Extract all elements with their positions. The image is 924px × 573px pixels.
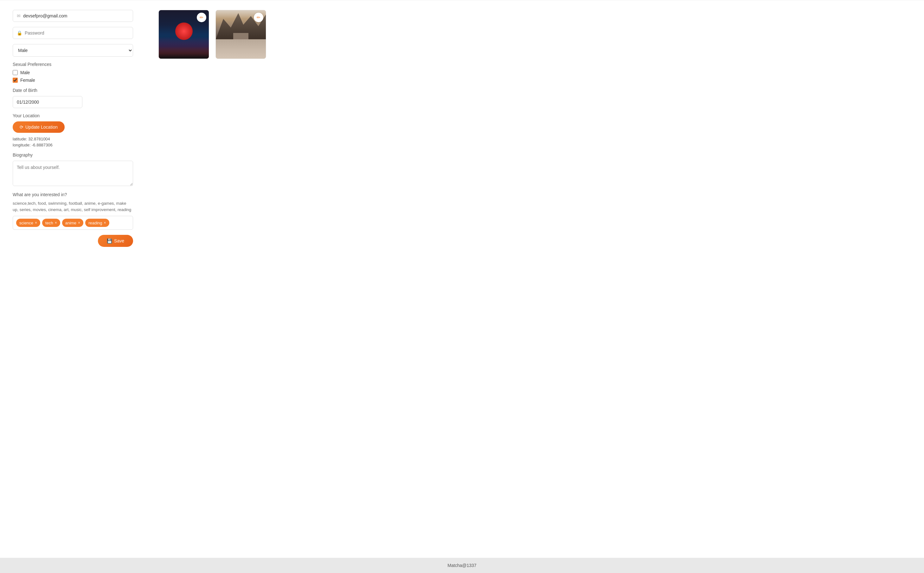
page-wrapper: ✉ 🔒 Male Female Other <box>0 0 924 573</box>
tag-tech-label: tech <box>45 221 53 225</box>
password-group: 🔒 <box>13 27 133 39</box>
biography-group: Biography <box>13 152 133 187</box>
password-input[interactable] <box>25 27 129 39</box>
sexual-preferences-label: Sexual Preferences <box>13 62 133 67</box>
male-checkbox[interactable] <box>13 70 18 75</box>
photo-card-mountain: ✏ <box>216 10 266 59</box>
tag-reading: reading × <box>85 219 109 227</box>
email-input[interactable] <box>23 10 129 22</box>
tags-input-wrapper[interactable]: science × tech × anime × reading × <box>13 216 133 230</box>
footer-text: Matcha@1337 <box>447 563 476 568</box>
gender-select[interactable]: Male Female Other <box>13 44 133 57</box>
female-checkbox-item[interactable]: Female <box>13 78 133 83</box>
gender-group: Male Female Other <box>13 44 133 57</box>
dob-group: Date of Birth <box>13 88 133 108</box>
save-label: Save <box>114 238 124 243</box>
form-section: ✉ 🔒 Male Female Other <box>0 7 146 551</box>
location-refresh-icon: ⟳ <box>20 125 23 130</box>
location-label: Your Location <box>13 113 133 118</box>
edit-mountain-icon: ✏ <box>257 15 261 20</box>
update-location-button[interactable]: ⟳ Update Location <box>13 121 65 133</box>
tag-science-label: science <box>19 221 33 225</box>
email-input-wrapper: ✉ <box>13 10 133 22</box>
lake-reflection <box>216 39 266 59</box>
edit-sunset-icon: ✏ <box>200 15 203 20</box>
sexual-preferences-group: Sexual Preferences Male Female <box>13 62 133 83</box>
photo-card-sunset: ✏ <box>158 10 209 59</box>
email-icon: ✉ <box>17 13 20 19</box>
male-checkbox-label: Male <box>20 70 30 75</box>
male-checkbox-item[interactable]: Male <box>13 70 133 75</box>
email-group: ✉ <box>13 10 133 22</box>
biography-textarea[interactable] <box>13 161 133 186</box>
footer: Matcha@1337 <box>0 558 924 573</box>
tag-science-remove[interactable]: × <box>35 221 37 225</box>
location-group: Your Location ⟳ Update Location latitude… <box>13 113 133 147</box>
main-content: ✉ 🔒 Male Female Other <box>0 0 924 558</box>
dob-input[interactable] <box>13 96 82 108</box>
tag-science: science × <box>16 219 40 227</box>
biography-label: Biography <box>13 152 133 158</box>
checkbox-group: Male Female <box>13 70 133 83</box>
interests-group: What are you interested in? science,tech… <box>13 192 133 230</box>
save-button[interactable]: 💾 Save <box>98 235 133 247</box>
sun-circle <box>175 22 193 40</box>
tag-anime-remove[interactable]: × <box>78 221 80 225</box>
longitude-text: longitude: -6.8887306 <box>13 142 133 147</box>
tag-reading-remove[interactable]: × <box>104 221 106 225</box>
female-checkbox[interactable] <box>13 78 18 83</box>
tag-tech-remove[interactable]: × <box>55 221 57 225</box>
tag-anime-label: anime <box>65 221 77 225</box>
photos-section: ✏ ✏ <box>146 7 924 551</box>
tag-reading-label: reading <box>88 221 102 225</box>
tag-tech: tech × <box>42 219 60 227</box>
interests-label: What are you interested in? <box>13 192 133 197</box>
update-location-label: Update Location <box>25 125 58 130</box>
lock-icon: 🔒 <box>17 30 22 36</box>
female-checkbox-label: Female <box>20 78 35 83</box>
tag-anime: anime × <box>62 219 83 227</box>
edit-sunset-button[interactable]: ✏ <box>197 13 206 22</box>
dob-label: Date of Birth <box>13 88 133 93</box>
interests-description: science,tech, food, swimming, football, … <box>13 200 133 213</box>
save-icon: 💾 <box>107 238 112 243</box>
edit-mountain-button[interactable]: ✏ <box>254 13 263 22</box>
password-input-wrapper: 🔒 <box>13 27 133 39</box>
latitude-text: latitude: 32.8781004 <box>13 136 133 141</box>
